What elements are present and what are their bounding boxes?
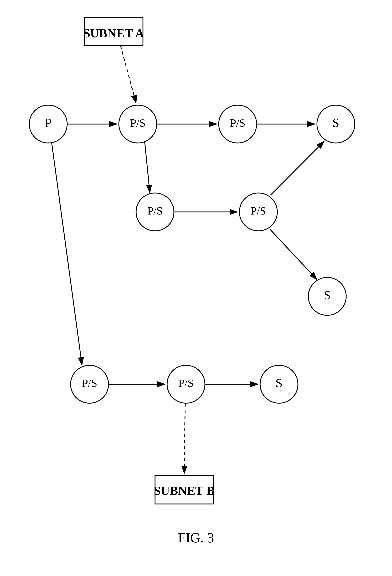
node-PS5-label: P/S — [82, 377, 97, 389]
node-PS4-label: P/S — [251, 205, 266, 217]
node-PS1-label: P/S — [130, 117, 145, 129]
arrow-PS6-subnet-b — [184, 403, 185, 473]
arrow-P-PS5 — [52, 143, 82, 365]
subnet-a-label: SUBNET A — [83, 26, 144, 40]
node-S1-label: S — [333, 116, 339, 130]
arrow-subnet-a-to-ps1 — [121, 46, 136, 103]
node-S3-label: S — [276, 376, 282, 390]
diagram-container: SUBNET A P P/S P/S S P/S P/S S P/S P/S — [0, 0, 392, 576]
arrow-PS4-S2 — [270, 229, 317, 280]
arrow-PS4-S1 — [270, 141, 324, 195]
subnet-b-label: SUBNET B — [154, 484, 215, 498]
node-P-label: P — [45, 116, 52, 130]
node-S2-label: S — [324, 288, 331, 302]
node-PS2-label: P/S — [230, 117, 245, 129]
fig-label: FIG. 3 — [178, 530, 214, 545]
node-PS3-label: P/S — [147, 205, 163, 217]
node-PS6-label: P/S — [178, 377, 194, 389]
arrow-PS1-PS3 — [145, 142, 150, 193]
